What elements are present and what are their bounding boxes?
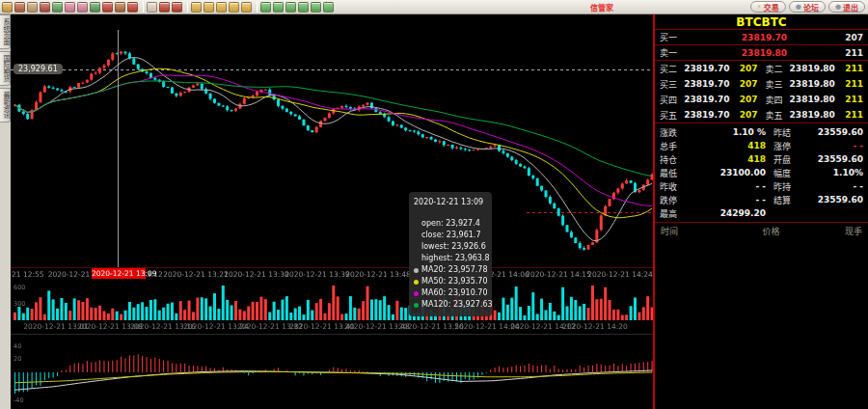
stat-value: - - (806, 181, 863, 191)
tick-header-vol: 现手 (824, 225, 862, 237)
left-sidebar: 系统页面国际期货最新资讯 (0, 14, 11, 409)
back-icon[interactable] (2, 2, 13, 13)
app-brand: 信管家 (590, 2, 613, 13)
chart-region: 23,929.61 2020-12-21 13:09 2-21 12:55202… (11, 14, 653, 409)
chest-icon[interactable] (40, 2, 50, 13)
zoom-out-icon[interactable] (65, 2, 75, 13)
volume-y-axis-label: 600 (14, 284, 25, 291)
window-button-label: 交易 (764, 2, 779, 13)
sidebar-tab-2[interactable]: 国际期货 (0, 51, 11, 86)
period-gold-1-icon[interactable] (191, 2, 202, 13)
tooltip-ohlc-rows: open: 23,927.4close: 23,961.7lowest: 23,… (414, 218, 487, 264)
home-icon[interactable] (14, 2, 25, 13)
bid1-price: 23819.70 (698, 33, 830, 42)
crosshair-price-label: 23,929.61 (14, 64, 63, 74)
tooltip-ma-text: MA120: 23,927.63 (421, 299, 493, 311)
tooltip-ma-text: MA20: 23,957.78 (421, 264, 488, 276)
depth-bid-label: 买二 (660, 63, 684, 75)
toolbar-separator (187, 2, 188, 13)
stat-label: 昨持 (773, 180, 806, 193)
ask1-row[interactable]: 卖一 23819.80 211 (655, 45, 868, 61)
window-buttons: ⚡交易●论坛●退出 (750, 1, 865, 13)
window-button-3[interactable]: ●退出 (828, 1, 865, 13)
stats-row: 最高24299.20 (655, 206, 868, 220)
ledger-icon[interactable] (27, 2, 38, 13)
tooltip-ma-row: MA60: 23,910.70 (414, 287, 487, 299)
chat-icon: ● (796, 3, 801, 11)
zoom-in-icon[interactable] (77, 2, 88, 13)
stat-value: 1.10 % (692, 127, 766, 137)
depth-bid-qty: 207 (730, 64, 758, 73)
period-gold-2-icon[interactable] (203, 2, 214, 13)
volume-x-axis-label: 2020-12-21 14:20 (562, 322, 628, 331)
ask1-qty: 211 (830, 48, 863, 58)
x-axis-label: 2020-12-21 13:21 (163, 270, 229, 279)
stats-row: 最低23100.00幅度1.10% (655, 166, 868, 179)
stat-label: 昨收 (660, 180, 692, 193)
bid1-row[interactable]: 买一 23819.70 207 (655, 30, 868, 45)
stat-label: 幅度 (773, 167, 806, 179)
candlestick-chart-canvas[interactable] (11, 14, 653, 409)
period-green-1-icon[interactable] (260, 2, 271, 13)
period-green-3-icon[interactable] (285, 2, 296, 13)
stat-label: 总手 (660, 140, 692, 152)
window-button-1[interactable]: ⚡交易 (750, 1, 786, 13)
funnel-icon[interactable] (127, 2, 138, 13)
depth-bid-label: 买四 (660, 94, 684, 106)
crosshair-time-badge: 2020-12-21 13:09 (92, 268, 146, 279)
depth-bid-price: 23819.70 (684, 64, 729, 73)
stat-label: 持仓 (660, 153, 692, 166)
depth-ask-price: 23819.80 (790, 79, 835, 89)
depth-row[interactable]: 买四23819.70207卖四23819.80211 (655, 92, 868, 107)
keyboard-icon[interactable] (147, 2, 157, 13)
period-gold-4-icon[interactable] (229, 2, 239, 13)
ma-dot-icon (414, 280, 419, 285)
stats-row: 跌停- -结算23559.60 (655, 193, 868, 206)
x-axis-label: 2020-12-21 14:15 (526, 270, 591, 279)
stat-label: 跌停 (660, 194, 692, 206)
ma-dot-icon (414, 303, 419, 308)
sidebar-tab-3[interactable]: 最新资讯 (0, 88, 11, 123)
paint-icon[interactable] (115, 2, 125, 13)
stats-row: 持仓418开盘23559.60 (655, 152, 868, 166)
depth-ask-price: 23819.80 (790, 95, 835, 104)
bid1-label: 买一 (660, 31, 698, 43)
window-button-label: 退出 (843, 2, 858, 13)
toolbar-separator (257, 2, 258, 13)
bid1-qty: 207 (830, 33, 863, 42)
depth-ask-qty: 211 (835, 79, 863, 89)
depth-bid-qty: 207 (730, 110, 758, 120)
sidebar-tab-1[interactable]: 系统页面 (0, 14, 11, 49)
period-green-6-icon[interactable] (323, 2, 334, 13)
toolbar (2, 1, 336, 14)
depth-ask-qty: 211 (835, 110, 863, 120)
stats-row: 昨收- -昨持- - (655, 179, 868, 193)
period-gold-5-icon[interactable] (241, 2, 252, 13)
x-axis-label: 2020-12-21 1 (48, 270, 97, 279)
period-green-2-icon[interactable] (273, 2, 284, 13)
pencil-icon[interactable] (102, 2, 113, 13)
stat-label: 开盘 (773, 153, 806, 166)
depth-row[interactable]: 买二23819.70207卖二23819.80211 (655, 61, 868, 76)
x-axis-label: 2020-12-21 14:24 (587, 270, 653, 279)
depth-row[interactable]: 买三23819.70207卖三23819.80211 (655, 76, 868, 92)
indicator-y-axis-label: 20 (14, 355, 21, 363)
tooltip-row: close: 23,961.7 (414, 230, 487, 241)
stat-value: 418 (692, 154, 766, 164)
refresh-icon[interactable] (52, 2, 63, 13)
kline-icon[interactable] (172, 2, 182, 13)
tick-header-price: 价格 (719, 225, 824, 237)
period-green-5-icon[interactable] (311, 2, 321, 13)
tooltip-row: open: 23,927.4 (414, 218, 487, 230)
period-green-4-icon[interactable] (298, 2, 309, 13)
depth-row[interactable]: 买五23819.70207卖五23819.80211 (655, 107, 868, 123)
tick-table-headers: 时间 价格 现手 (655, 223, 868, 238)
window-button-2[interactable]: ●论坛 (789, 1, 826, 13)
chart-icon[interactable] (90, 2, 100, 13)
trend-line-icon[interactable] (159, 2, 170, 13)
tooltip-row: lowest: 23,926.6 (414, 241, 487, 253)
tooltip-ma-row: MA120: 23,927.63 (414, 299, 487, 311)
stat-value: - - (692, 195, 766, 204)
period-gold-3-icon[interactable] (216, 2, 227, 13)
stat-label: 最低 (660, 167, 692, 179)
